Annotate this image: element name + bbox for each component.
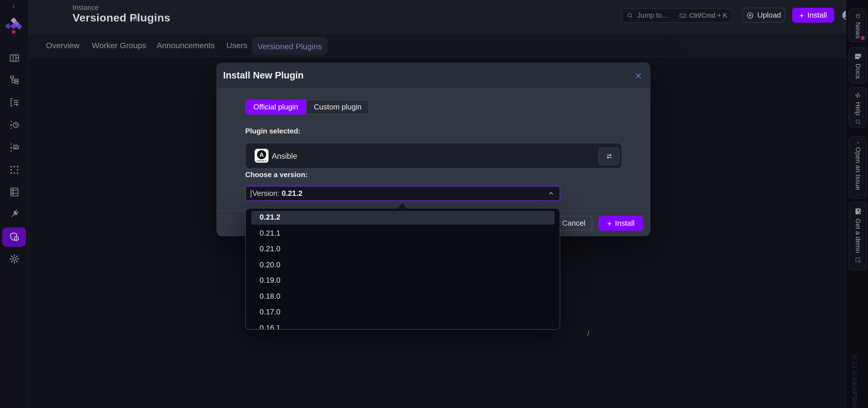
- breadcrumb: Instance: [72, 4, 99, 11]
- external-link-icon: [855, 256, 861, 263]
- external-link-icon: [855, 119, 861, 124]
- swap-plugin-button[interactable]: [598, 148, 620, 165]
- sidebar-item-logs-icon[interactable]: [9, 142, 20, 153]
- version-dropdown-list: 0.21.2 0.21.1 0.21.0 0.20.0 0.19.0 0.18.…: [245, 208, 560, 330]
- dropdown-option[interactable]: 0.21.0: [259, 245, 280, 253]
- upload-button[interactable]: Upload: [742, 8, 785, 23]
- rail-get-demo-button[interactable]: Get a demo: [848, 202, 867, 271]
- dropdown-arrow: [398, 203, 407, 209]
- right-rail: News Docs: [846, 0, 868, 408]
- top-header: Instance Versioned Plugins Jump to... Ct…: [28, 0, 868, 33]
- rail-docs-button[interactable]: Docs: [848, 47, 867, 84]
- modal-title: Install New Plugin: [223, 70, 304, 82]
- sidebar-item-executions-icon[interactable]: [9, 119, 20, 130]
- dropdown-option[interactable]: 0.20.0: [259, 260, 280, 269]
- cancel-button[interactable]: Cancel: [555, 216, 592, 231]
- dropdown-option[interactable]: 0.21.2: [259, 213, 280, 221]
- sidebar-item-administration-icon[interactable]: [9, 231, 20, 243]
- modal-install-button[interactable]: + Install: [598, 216, 643, 231]
- kestra-logo[interactable]: [0, 17, 28, 36]
- search-placeholder: Jump to...: [637, 11, 668, 19]
- text-cursor: [251, 190, 251, 197]
- ansible-plugin-icon: A ANSIBLE: [254, 149, 268, 163]
- upload-icon: [746, 11, 754, 19]
- rail-open-issue-button[interactable]: Open an Issue: [848, 136, 867, 198]
- plus-icon: +: [800, 11, 804, 20]
- dropdown-option[interactable]: 0.18.0: [259, 292, 280, 300]
- custom-plugin-toggle[interactable]: Custom plugin: [306, 99, 369, 115]
- choose-version-label: Choose a version:: [245, 170, 308, 179]
- svg-text:A: A: [259, 152, 264, 158]
- plus-icon: +: [607, 219, 612, 228]
- search-input[interactable]: Jump to... Ctrl/Cmd + K: [622, 8, 732, 23]
- slack-icon: [855, 93, 862, 99]
- tab-versioned-plugins[interactable]: Versioned Plugins: [252, 37, 328, 55]
- selected-plugin-panel: A ANSIBLE Ansible: [245, 143, 622, 169]
- sidebar-item-blueprints-icon[interactable]: [9, 186, 20, 197]
- chevron-up-icon: [548, 190, 555, 197]
- sidebar-item-flows-icon[interactable]: [9, 74, 20, 86]
- instance-tabs: Overview Worker Groups Announcements Use…: [28, 33, 868, 58]
- github-icon: [854, 142, 862, 144]
- tab-announcements[interactable]: Announcements: [157, 34, 215, 57]
- sidebar-item-dashboard-icon[interactable]: [9, 52, 20, 63]
- official-plugin-toggle[interactable]: Official plugin: [245, 99, 306, 115]
- tab-worker-groups[interactable]: Worker Groups: [92, 34, 146, 57]
- app-window: Instance Versioned Plugins Jump to... Ct…: [0, 0, 868, 408]
- kestra-logo-dot: [11, 30, 16, 34]
- dropdown-option[interactable]: 0.21.1: [259, 229, 280, 237]
- docs-icon: [854, 53, 862, 60]
- news-bubble-icon: [854, 14, 862, 19]
- search-icon: [626, 12, 633, 19]
- tab-overview[interactable]: Overview: [46, 34, 80, 57]
- header-install-button[interactable]: + Install: [792, 8, 834, 23]
- demo-app-icon: [854, 208, 862, 215]
- rail-news-button[interactable]: News: [848, 8, 867, 42]
- ansible-icon-caption: ANSIBLE: [254, 160, 268, 162]
- external-link-icon: [855, 194, 861, 195]
- sidebar-item-apps-icon[interactable]: [9, 164, 20, 175]
- background-text-fragment: /: [587, 329, 589, 338]
- plugin-selected-label: Plugin selected:: [245, 127, 301, 135]
- keyboard-icon: [679, 12, 686, 19]
- swap-horizontal-icon: [605, 152, 613, 161]
- page-title: Versioned Plugins: [72, 11, 170, 24]
- modal-header: Install New Plugin: [217, 62, 651, 89]
- favorite-star-icon[interactable]: [131, 14, 140, 23]
- plugin-name: Ansible: [272, 152, 297, 160]
- left-sidebar: [0, 0, 29, 408]
- news-notification-badge: [861, 36, 865, 40]
- dropdown-option[interactable]: 0.19.0: [259, 276, 280, 284]
- tab-users[interactable]: Users: [226, 34, 248, 57]
- build-version-text: 0.22.0-SNAPSHOT: [851, 355, 858, 408]
- rail-help-button[interactable]: Help: [848, 87, 867, 128]
- dropdown-option[interactable]: 0.16.1: [259, 323, 280, 330]
- version-select-input[interactable]: Version: 0.21.2: [245, 186, 560, 201]
- dropdown-option[interactable]: 0.17.0: [259, 308, 280, 316]
- sidebar-item-plugins-icon[interactable]: [9, 209, 20, 220]
- sidebar-item-settings-icon[interactable]: [9, 253, 20, 264]
- sidebar-expand-chevron-icon[interactable]: [11, 4, 16, 9]
- sidebar-item-tests-icon[interactable]: [9, 97, 20, 108]
- close-icon[interactable]: [634, 72, 642, 80]
- search-shortcut: Ctrl/Cmd + K: [679, 11, 727, 19]
- dropdown-selected-highlight: [251, 211, 555, 225]
